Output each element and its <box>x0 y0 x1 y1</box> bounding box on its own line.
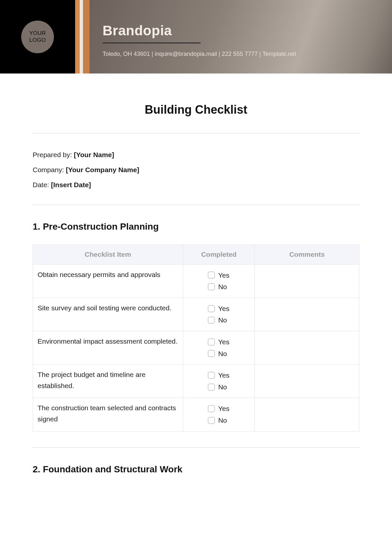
table-row: The project budget and timeline are esta… <box>33 365 359 398</box>
cell-completed: YesNo <box>183 398 255 431</box>
checkbox-yes[interactable] <box>208 372 215 379</box>
stripe-2 <box>80 0 83 73</box>
divider <box>33 204 359 205</box>
cell-item: Site survey and soil testing were conduc… <box>33 298 183 331</box>
section-title-2: 2. Foundation and Structural Work <box>33 464 359 475</box>
cell-completed: YesNo <box>183 365 255 398</box>
stripe-3 <box>83 0 90 73</box>
meta-label: Company: <box>33 166 66 173</box>
logo-placeholder: YOUR LOGO <box>21 21 54 53</box>
cell-item: Environmental impact assessment complete… <box>33 331 183 364</box>
label-yes: Yes <box>218 270 230 281</box>
label-yes: Yes <box>218 370 230 381</box>
label-yes: Yes <box>218 403 230 414</box>
cell-comments[interactable] <box>255 264 359 298</box>
meta-date: Date: [Insert Date] <box>33 177 359 192</box>
meta-label: Prepared by: <box>33 151 74 158</box>
th-comments: Comments <box>255 244 359 264</box>
checkbox-no[interactable] <box>208 283 215 290</box>
yesno-option: No <box>188 315 250 326</box>
th-item: Checklist Item <box>33 244 183 264</box>
logo-panel: YOUR LOGO <box>0 0 75 73</box>
meta-prepared: Prepared by: [Your Name] <box>33 147 359 162</box>
accent-stripes <box>75 0 90 73</box>
label-yes: Yes <box>218 303 230 314</box>
brand-panel: Brandopia Toledo, OH 43601 | inquire@bra… <box>90 0 392 73</box>
table-row: Environmental impact assessment complete… <box>33 331 359 364</box>
cell-comments[interactable] <box>255 398 359 431</box>
table-row: The construction team selected and contr… <box>33 398 359 431</box>
logo-text-line2: LOGO <box>29 37 46 43</box>
label-no: No <box>218 281 230 292</box>
yesno-option: Yes <box>188 403 250 414</box>
cell-completed: YesNo <box>183 264 255 298</box>
brand-name: Brandopia <box>103 23 379 39</box>
label-yes: Yes <box>218 336 230 348</box>
checkbox-yes[interactable] <box>208 405 215 412</box>
yesno-option: No <box>188 281 250 292</box>
meta-label: Date: <box>33 181 51 188</box>
yesno-option: Yes <box>188 336 250 348</box>
yesno-option: Yes <box>188 270 250 281</box>
brand-underline <box>103 42 201 43</box>
meta-value: [Insert Date] <box>51 181 91 188</box>
cell-item: Obtain necessary permits and approvals <box>33 264 183 298</box>
cell-completed: YesNo <box>183 331 255 364</box>
cell-item: The project budget and timeline are esta… <box>33 365 183 398</box>
logo-text-line1: YOUR <box>29 30 46 37</box>
yesno-option: No <box>188 415 250 426</box>
label-no: No <box>218 415 230 426</box>
checkbox-no[interactable] <box>208 417 215 424</box>
checkbox-yes[interactable] <box>208 338 215 346</box>
stripe-1 <box>75 0 80 73</box>
meta-value: [Your Company Name] <box>66 166 139 173</box>
label-no: No <box>218 348 230 359</box>
contact-line: Toledo, OH 43601 | inquire@brandopia.mai… <box>103 51 379 57</box>
checklist-table-1: Checklist Item Completed Comments Obtain… <box>33 244 359 432</box>
checkbox-yes[interactable] <box>208 271 215 279</box>
checkbox-no[interactable] <box>208 383 215 391</box>
meta-company: Company: [Your Company Name] <box>33 162 359 177</box>
th-completed: Completed <box>183 244 255 264</box>
label-no: No <box>218 315 230 326</box>
meta-block: Prepared by: [Your Name] Company: [Your … <box>33 134 359 204</box>
cell-comments[interactable] <box>255 365 359 398</box>
meta-value: [Your Name] <box>74 151 114 158</box>
cell-item: The construction team selected and contr… <box>33 398 183 431</box>
section-title-1: 1. Pre-Construction Planning <box>33 221 359 232</box>
table-row: Obtain necessary permits and approvalsYe… <box>33 264 359 298</box>
divider <box>33 447 359 448</box>
document-body: Building Checklist Prepared by: [Your Na… <box>0 73 392 500</box>
checkbox-no[interactable] <box>208 350 215 357</box>
cell-comments[interactable] <box>255 331 359 364</box>
yesno-option: No <box>188 382 250 393</box>
document-header: YOUR LOGO Brandopia Toledo, OH 43601 | i… <box>0 0 392 73</box>
yesno-option: No <box>188 348 250 359</box>
page-title: Building Checklist <box>33 103 359 117</box>
label-no: No <box>218 382 230 393</box>
yesno-option: Yes <box>188 370 250 381</box>
table-header-row: Checklist Item Completed Comments <box>33 244 359 264</box>
checkbox-no[interactable] <box>208 317 215 324</box>
checkbox-yes[interactable] <box>208 305 215 312</box>
table-row: Site survey and soil testing were conduc… <box>33 298 359 331</box>
cell-completed: YesNo <box>183 298 255 331</box>
yesno-option: Yes <box>188 303 250 314</box>
cell-comments[interactable] <box>255 298 359 331</box>
